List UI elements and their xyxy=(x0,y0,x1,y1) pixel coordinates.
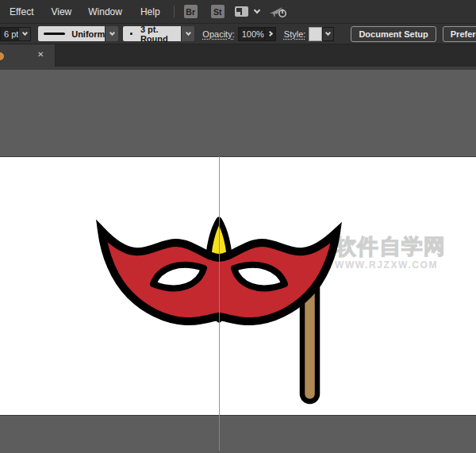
menu-view[interactable]: View xyxy=(49,6,73,17)
brush-definition-value: 3 pt. Round xyxy=(140,25,181,44)
chevron-right-icon xyxy=(267,31,273,36)
chevron-down-icon xyxy=(109,29,115,35)
tab-close-icon[interactable]: ✕ xyxy=(37,50,44,59)
opacity-value[interactable]: 100% xyxy=(239,29,264,39)
brush-dot-icon xyxy=(130,33,132,35)
style-swatch-combo[interactable] xyxy=(309,27,334,41)
chevron-down-icon xyxy=(186,29,191,35)
stroke-weight-dropdown[interactable] xyxy=(18,28,30,40)
stroke-weight-field[interactable]: 6 pt xyxy=(0,27,31,41)
brush-definition-combo[interactable]: 3 pt. Round xyxy=(123,26,194,41)
document-setup-button[interactable]: Document Setup xyxy=(351,26,436,42)
opacity-expand-button[interactable] xyxy=(264,28,275,40)
uniform-profile-icon xyxy=(44,33,65,35)
preferences-button[interactable]: Preferences xyxy=(443,26,476,42)
brush-definition-dropdown[interactable] xyxy=(181,26,194,41)
document-tab-bar: ✕ xyxy=(0,44,476,67)
width-profile-dropdown[interactable] xyxy=(105,26,118,41)
bridge-button[interactable]: Br xyxy=(184,5,198,18)
style-dropdown[interactable] xyxy=(322,27,334,41)
menu-bar: Effect View Window Help Br St xyxy=(0,0,476,24)
workspace-switcher-icon[interactable] xyxy=(235,6,248,17)
style-label[interactable]: Style: xyxy=(284,29,306,39)
chevron-down-icon xyxy=(325,29,331,35)
unsaved-indicator-icon xyxy=(0,52,4,60)
menu-window[interactable]: Window xyxy=(86,6,124,17)
stock-button[interactable]: St xyxy=(211,5,225,18)
stroke-weight-value[interactable]: 6 pt xyxy=(1,29,18,39)
menu-effect[interactable]: Effect xyxy=(8,6,35,17)
width-profile-value: Uniform xyxy=(71,29,105,39)
chevron-down-icon[interactable] xyxy=(253,7,259,13)
chevron-down-icon xyxy=(22,29,28,35)
menu-divider xyxy=(174,6,175,17)
opacity-label[interactable]: Opacity: xyxy=(202,29,234,39)
mask-artwork xyxy=(0,70,476,453)
canvas-area[interactable]: 软件自学网 WWW.RJZXW.COM xyxy=(0,67,476,453)
document-tab[interactable]: ✕ xyxy=(0,44,56,67)
width-profile-combo[interactable]: Uniform xyxy=(38,26,118,41)
menu-help[interactable]: Help xyxy=(139,6,162,17)
control-bar: 6 pt Uniform 3 pt. Round Opacity: 100% S… xyxy=(0,24,476,44)
gpu-performance-icon[interactable] xyxy=(269,5,288,19)
opacity-field[interactable]: 100% xyxy=(238,27,276,41)
style-swatch[interactable] xyxy=(309,27,322,41)
